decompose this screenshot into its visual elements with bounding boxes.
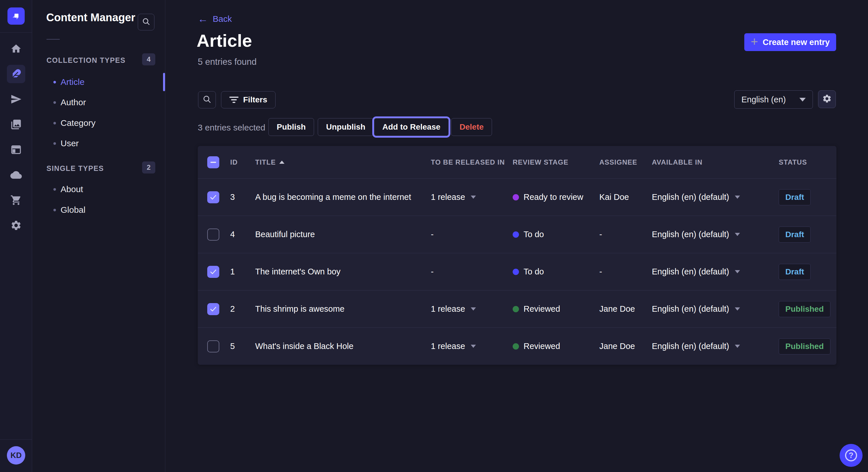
release-chevron-down-icon[interactable]: [471, 196, 476, 199]
release-chevron-down-icon[interactable]: [471, 345, 476, 348]
table-row[interactable]: 2 This shrimp is awesome 1 release Revie…: [198, 290, 836, 328]
header-to-be-released-in[interactable]: TO BE RELEASED IN: [431, 158, 513, 166]
release-text: 1 release: [431, 193, 465, 202]
filters-button[interactable]: Filters: [221, 91, 276, 108]
deploy-cloud-icon[interactable]: [7, 166, 25, 184]
content-type-builder-layout-icon[interactable]: [7, 140, 25, 159]
available-text: English (en) (default): [652, 341, 729, 351]
table-row[interactable]: 3 A bug is becoming a meme on the intern…: [198, 178, 836, 216]
locale-select[interactable]: English (en): [734, 90, 813, 109]
cell-assignee: Kai Doe: [599, 193, 652, 202]
stage-label: Reviewed: [524, 304, 560, 314]
cell-release[interactable]: 1 release: [431, 304, 513, 314]
active-item-indicator: [163, 73, 165, 91]
select-all-checkbox[interactable]: [207, 156, 219, 168]
row-checkbox[interactable]: [207, 229, 219, 241]
sidebar-item-author[interactable]: Author: [32, 92, 165, 113]
settings-gear-icon[interactable]: [7, 216, 25, 235]
available-chevron-down-icon[interactable]: [735, 307, 740, 310]
sidebar-item-global[interactable]: Global: [32, 200, 165, 220]
cell-available-in[interactable]: English (en) (default): [652, 304, 779, 314]
home-icon[interactable]: [7, 40, 25, 58]
cell-assignee: -: [599, 230, 652, 239]
media-library-images-icon[interactable]: [7, 115, 25, 134]
header-review-stage[interactable]: REVIEW STAGE: [513, 158, 599, 166]
available-chevron-down-icon[interactable]: [735, 233, 740, 236]
cell-available-in[interactable]: English (en) (default): [652, 267, 779, 276]
available-text: English (en) (default): [652, 304, 729, 314]
table-header-row: ID TITLE TO BE RELEASED IN REVIEW STAGE …: [198, 146, 836, 178]
create-new-entry-button[interactable]: + Create new entry: [744, 33, 836, 51]
sidebar-item-about[interactable]: About: [32, 179, 165, 200]
unpublish-button[interactable]: Unpublish: [318, 118, 374, 136]
header-title[interactable]: TITLE: [255, 158, 431, 166]
content-manager-feather-icon[interactable]: [7, 65, 25, 83]
cell-release[interactable]: -: [431, 267, 513, 276]
row-checkbox[interactable]: [207, 303, 219, 315]
available-chevron-down-icon[interactable]: [735, 270, 740, 273]
available-chevron-down-icon[interactable]: [735, 196, 740, 199]
filter-icon: [229, 97, 239, 103]
subnav-search-button[interactable]: [138, 14, 154, 30]
entries-selected-text: 3 entries selected: [198, 123, 265, 133]
row-checkbox[interactable]: [207, 191, 219, 203]
stage-label: To do: [524, 267, 544, 276]
help-button[interactable]: ?: [840, 444, 863, 467]
cell-release[interactable]: 1 release: [431, 341, 513, 351]
add-to-release-button[interactable]: Add to Release: [374, 118, 448, 136]
search-icon: [142, 17, 150, 27]
cell-id: 5: [230, 341, 255, 351]
status-badge: Draft: [779, 189, 811, 205]
table-row[interactable]: 4 Beautiful picture - To do - English (e…: [198, 216, 836, 253]
cell-assignee: Jane Doe: [599, 304, 652, 314]
cell-available-in[interactable]: English (en) (default): [652, 193, 779, 202]
single-types-count-badge: 2: [142, 162, 155, 173]
list-settings-button[interactable]: [818, 90, 836, 108]
releases-paper-plane-icon[interactable]: [7, 90, 25, 108]
subnav-divider: [46, 39, 60, 40]
cell-available-in[interactable]: English (en) (default): [652, 230, 779, 239]
create-new-entry-label: Create new entry: [763, 38, 830, 47]
header-assignee[interactable]: ASSIGNEE: [599, 158, 652, 166]
release-text: 1 release: [431, 341, 465, 351]
cell-release[interactable]: -: [431, 230, 513, 239]
search-icon: [203, 95, 212, 105]
table-body: 3 A bug is becoming a meme on the intern…: [198, 178, 836, 365]
back-link[interactable]: ← Back: [198, 14, 232, 24]
collection-types-label: COLLECTION TYPES: [46, 56, 125, 65]
row-checkbox[interactable]: [207, 266, 219, 278]
entries-found-text: 5 entries found: [198, 57, 257, 67]
header-available-in[interactable]: AVAILABLE IN: [652, 158, 779, 166]
cell-release[interactable]: 1 release: [431, 193, 513, 202]
bullet-icon: [53, 81, 56, 83]
cell-review-stage: To do: [513, 267, 599, 276]
release-text: -: [431, 267, 434, 276]
sidebar-item-user[interactable]: User: [32, 133, 165, 154]
table-row[interactable]: 5 What's inside a Black Hole 1 release R…: [198, 328, 836, 365]
release-chevron-down-icon[interactable]: [471, 307, 476, 310]
cell-review-stage: Reviewed: [513, 341, 599, 351]
row-checkbox[interactable]: [207, 340, 219, 352]
stage-label: Reviewed: [524, 341, 560, 351]
delete-button[interactable]: Delete: [451, 118, 492, 136]
available-chevron-down-icon[interactable]: [735, 345, 740, 348]
gear-icon: [822, 94, 832, 105]
bullet-icon: [53, 209, 56, 211]
table-row[interactable]: 1 The internet's Own boy - To do - Engli…: [198, 253, 836, 290]
release-text: -: [431, 230, 434, 239]
sidebar-item-category[interactable]: Category: [32, 113, 165, 133]
sidebar-item-label: Author: [61, 98, 86, 107]
marketplace-cart-icon[interactable]: [7, 191, 25, 209]
cell-review-stage: Ready to review: [513, 193, 599, 202]
entries-table: ID TITLE TO BE RELEASED IN REVIEW STAGE …: [198, 146, 836, 365]
publish-button[interactable]: Publish: [268, 118, 314, 136]
cell-available-in[interactable]: English (en) (default): [652, 341, 779, 351]
strapi-logo[interactable]: [7, 7, 25, 25]
list-search-button[interactable]: [198, 91, 216, 108]
header-status[interactable]: STATUS: [779, 158, 836, 166]
header-id[interactable]: ID: [230, 158, 255, 166]
sidebar-item-article[interactable]: Article: [32, 72, 165, 92]
rail-bottom-divider: [0, 439, 32, 440]
available-text: English (en) (default): [652, 230, 729, 239]
avatar[interactable]: KD: [7, 446, 25, 465]
